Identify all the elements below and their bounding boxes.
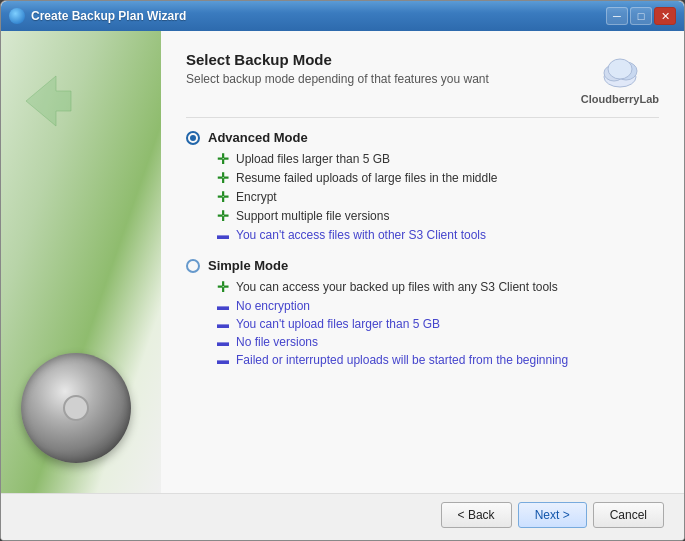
- feature-text: Support multiple file versions: [236, 209, 389, 223]
- left-decoration-panel: [1, 31, 161, 493]
- modes-section: Advanced Mode ✛ Upload files larger than…: [186, 130, 659, 483]
- list-item: ▬ Failed or interrupted uploads will be …: [216, 352, 659, 367]
- simple-mode-radio[interactable]: [186, 259, 200, 273]
- back-button[interactable]: < Back: [441, 502, 512, 528]
- minimize-button[interactable]: ─: [606, 7, 628, 25]
- list-item: ▬ You can't access files with other S3 C…: [216, 227, 659, 242]
- maximize-button[interactable]: □: [630, 7, 652, 25]
- plus-icon: ✛: [216, 208, 230, 224]
- simple-mode-row[interactable]: Simple Mode: [186, 258, 659, 273]
- minus-icon: ▬: [216, 299, 230, 313]
- svg-marker-0: [26, 76, 71, 126]
- simple-mode-features: ✛ You can access your backed up files wi…: [216, 279, 659, 367]
- logo: CloudberryLab: [581, 51, 659, 105]
- minus-icon: ▬: [216, 228, 230, 242]
- window-controls: ─ □ ✕: [606, 7, 676, 25]
- window-icon: [9, 8, 25, 24]
- feature-text: No file versions: [236, 335, 318, 349]
- main-content: Select Backup Mode Select backup mode de…: [161, 31, 684, 493]
- close-button[interactable]: ✕: [654, 7, 676, 25]
- advanced-mode-label: Advanced Mode: [208, 130, 308, 145]
- advanced-mode-row[interactable]: Advanced Mode: [186, 130, 659, 145]
- wizard-window: Create Backup Plan Wizard ─ □ ✕ Select B…: [0, 0, 685, 541]
- minus-icon: ▬: [216, 353, 230, 367]
- list-item: ✛ Encrypt: [216, 189, 659, 205]
- page-subtitle: Select backup mode depending of that fea…: [186, 72, 489, 86]
- plus-icon: ✛: [216, 151, 230, 167]
- plus-icon: ✛: [216, 170, 230, 186]
- cancel-button[interactable]: Cancel: [593, 502, 664, 528]
- feature-text: Encrypt: [236, 190, 277, 204]
- advanced-mode-radio[interactable]: [186, 131, 200, 145]
- plus-icon: ✛: [216, 189, 230, 205]
- simple-mode-option: Simple Mode ✛ You can access your backed…: [186, 258, 659, 367]
- list-item: ▬ No encryption: [216, 298, 659, 313]
- plus-icon: ✛: [216, 279, 230, 295]
- feature-text: Resume failed uploads of large files in …: [236, 171, 497, 185]
- decoration-disc: [21, 353, 131, 463]
- decoration-arrow: [16, 71, 76, 131]
- page-title: Select Backup Mode: [186, 51, 489, 68]
- feature-text: You can access your backed up files with…: [236, 280, 558, 294]
- list-item: ✛ Upload files larger than 5 GB: [216, 151, 659, 167]
- list-item: ✛ Support multiple file versions: [216, 208, 659, 224]
- list-item: ▬ You can't upload files larger than 5 G…: [216, 316, 659, 331]
- feature-text: Upload files larger than 5 GB: [236, 152, 390, 166]
- list-item: ✛ You can access your backed up files wi…: [216, 279, 659, 295]
- title-bar: Create Backup Plan Wizard ─ □ ✕: [1, 1, 684, 31]
- next-button[interactable]: Next >: [518, 502, 587, 528]
- list-item: ✛ Resume failed uploads of large files i…: [216, 170, 659, 186]
- feature-text: Failed or interrupted uploads will be st…: [236, 353, 568, 367]
- simple-mode-label: Simple Mode: [208, 258, 288, 273]
- minus-icon: ▬: [216, 335, 230, 349]
- minus-icon: ▬: [216, 317, 230, 331]
- footer: < Back Next > Cancel: [1, 493, 684, 540]
- content-area: Select Backup Mode Select backup mode de…: [1, 31, 684, 493]
- feature-text: No encryption: [236, 299, 310, 313]
- logo-text: CloudberryLab: [581, 93, 659, 105]
- feature-text: You can't access files with other S3 Cli…: [236, 228, 486, 242]
- window-title: Create Backup Plan Wizard: [31, 9, 606, 23]
- header-section: Select Backup Mode Select backup mode de…: [186, 51, 659, 118]
- header-text: Select Backup Mode Select backup mode de…: [186, 51, 489, 86]
- svg-point-4: [608, 59, 632, 79]
- feature-text: You can't upload files larger than 5 GB: [236, 317, 440, 331]
- advanced-mode-features: ✛ Upload files larger than 5 GB ✛ Resume…: [216, 151, 659, 242]
- advanced-mode-option: Advanced Mode ✛ Upload files larger than…: [186, 130, 659, 242]
- cloudberry-logo-icon: [600, 51, 640, 91]
- list-item: ▬ No file versions: [216, 334, 659, 349]
